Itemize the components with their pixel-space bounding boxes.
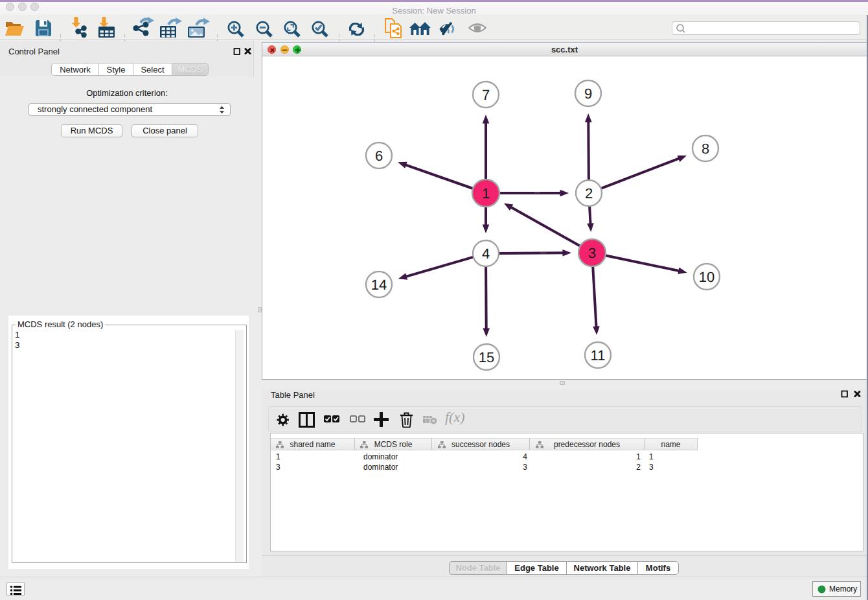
svg-text:3: 3 — [588, 245, 596, 261]
svg-text:4: 4 — [482, 246, 490, 262]
svg-text:2: 2 — [585, 185, 593, 202]
svg-text:1: 1 — [482, 185, 490, 202]
svg-text:9: 9 — [584, 86, 592, 102]
svg-text:11: 11 — [591, 347, 606, 363]
svg-text:6: 6 — [375, 148, 383, 164]
svg-text:14: 14 — [371, 277, 387, 293]
svg-text:7: 7 — [482, 87, 490, 103]
svg-text:8: 8 — [702, 141, 709, 157]
svg-text:15: 15 — [479, 349, 494, 365]
svg-text:10: 10 — [699, 269, 714, 285]
